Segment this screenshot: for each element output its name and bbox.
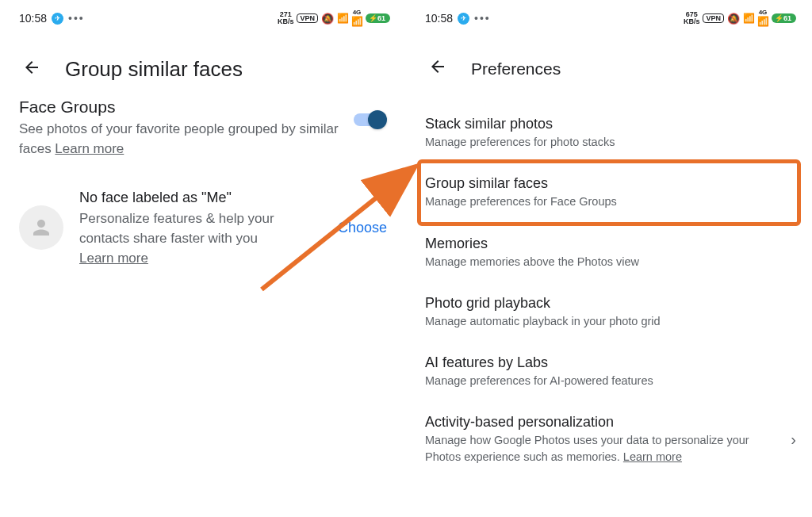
pref-item-group-faces[interactable]: Group similar faces Manage preferences f…	[425, 163, 793, 222]
learn-more-link[interactable]: Learn more	[623, 450, 682, 463]
back-arrow-icon[interactable]	[22, 58, 41, 82]
right-panel: 10:58 ✈ ••• 675 KB/s VPN 🔕 📶 4G 📶 ⚡61 Pr…	[406, 0, 812, 517]
status-time: 10:58	[19, 12, 47, 25]
network-speed: 675 KB/s	[684, 11, 700, 25]
signal-icon: 📶	[743, 13, 754, 24]
vpn-badge: VPN	[703, 13, 724, 23]
annotation-highlight	[417, 159, 801, 225]
mute-icon: 🔕	[321, 13, 334, 25]
status-bar-right: 10:58 ✈ ••• 675 KB/s VPN 🔕 📶 4G 📶 ⚡61	[406, 0, 812, 33]
cellular-indicator: 4G 📶	[351, 10, 362, 27]
network-speed: 271 KB/s	[278, 11, 294, 25]
telegram-icon: ✈	[458, 13, 469, 25]
status-time: 10:58	[425, 12, 453, 25]
pref-item-grid-playback[interactable]: Photo grid playback Manage automatic pla…	[425, 282, 793, 342]
vpn-badge: VPN	[297, 13, 318, 23]
back-arrow-icon[interactable]	[428, 57, 447, 81]
pref-item-activity-personalization[interactable]: Activity-based personalization Manage ho…	[425, 401, 793, 477]
signal-icon: 📶	[337, 13, 348, 24]
face-groups-desc: See photos of your favorite people group…	[19, 120, 344, 159]
more-dots-icon: •••	[474, 12, 491, 25]
chevron-right-icon: ›	[791, 431, 796, 449]
me-section-text: No face labeled as "Me" Personalize feat…	[79, 187, 322, 268]
app-header-right: Preferences	[406, 33, 812, 103]
face-groups-title: Face Groups	[19, 98, 344, 117]
me-title: No face labeled as "Me"	[79, 187, 322, 208]
pref-item-ai-labs[interactable]: AI features by Labs Manage preferences f…	[425, 342, 793, 401]
learn-more-link[interactable]: Learn more	[55, 141, 124, 156]
mute-icon: 🔕	[727, 13, 740, 25]
status-bar-left: 10:58 ✈ ••• 271 KB/s VPN 🔕 📶 4G 📶 ⚡61	[0, 0, 406, 33]
page-title: Group similar faces	[65, 57, 243, 82]
pref-item-memories[interactable]: Memories Manage memories above the Photo…	[425, 223, 793, 282]
app-header-left: Group similar faces	[0, 33, 406, 98]
avatar-placeholder	[19, 205, 63, 250]
left-panel: 10:58 ✈ ••• 271 KB/s VPN 🔕 📶 4G 📶 ⚡61 Gr…	[0, 0, 406, 517]
battery-icon: ⚡61	[366, 13, 390, 23]
telegram-icon: ✈	[52, 13, 63, 25]
pref-item-stack[interactable]: Stack similar photos Manage preferences …	[425, 103, 793, 163]
face-groups-toggle[interactable]	[354, 110, 387, 129]
cellular-indicator: 4G 📶	[757, 10, 768, 27]
me-desc: Personalize features & help your contact…	[79, 209, 322, 248]
page-title: Preferences	[471, 59, 561, 79]
person-icon	[29, 216, 53, 239]
more-dots-icon: •••	[68, 12, 85, 25]
battery-icon: ⚡61	[772, 13, 796, 23]
me-learn-more-link[interactable]: Learn more	[79, 251, 148, 266]
choose-button[interactable]: Choose	[338, 220, 387, 236]
